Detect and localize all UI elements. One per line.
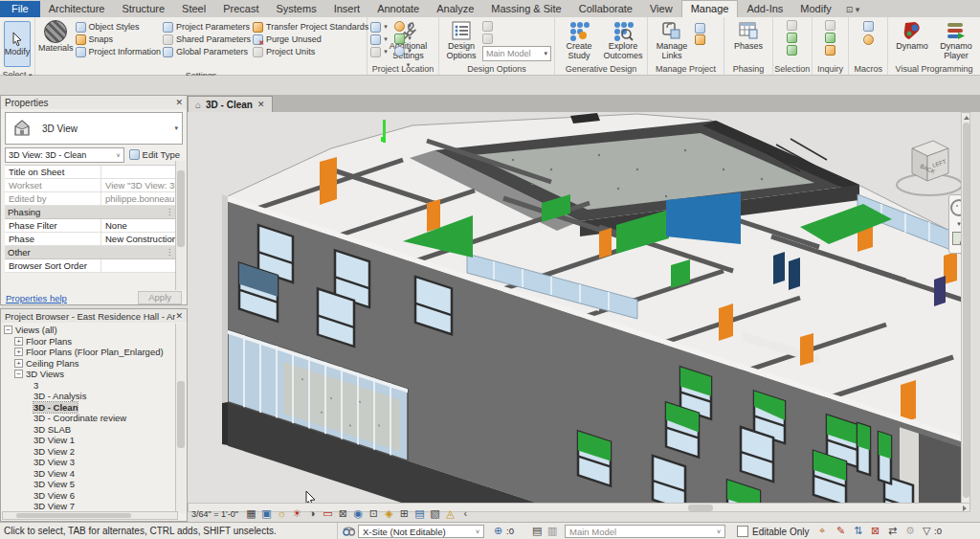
tab-add-ins[interactable]: Add-Ins bbox=[738, 1, 791, 17]
modify-button[interactable]: Modify bbox=[4, 21, 32, 67]
view-tab-3d-clean[interactable]: ⌂ 3D - Clean ✕ bbox=[188, 96, 273, 112]
property-group-header[interactable]: Other⋮ bbox=[5, 246, 177, 259]
tree-item-floor-plans-enlarged[interactable]: +Floor Plans (Floor Plan_Enlarged) bbox=[1, 347, 187, 358]
tab-architecture[interactable]: Architecture bbox=[40, 1, 114, 17]
tree-item-ceiling-plans[interactable]: +Ceiling Plans bbox=[1, 358, 187, 370]
warnings-icon[interactable] bbox=[825, 45, 835, 56]
filter-icon[interactable]: ▽ bbox=[923, 525, 930, 537]
tree-item-3d-coordinate-review[interactable]: 3D - Coordinate review bbox=[1, 413, 187, 424]
project-parameters-button[interactable]: Project Parameters bbox=[163, 21, 251, 33]
analytical-model-icon[interactable]: ⊞ bbox=[398, 507, 411, 520]
editing-requests-icon[interactable]: ⊕ bbox=[494, 525, 502, 537]
tree-item-3d-analysis[interactable]: 3D - Analysis bbox=[1, 391, 187, 402]
worksets-icon[interactable] bbox=[343, 526, 355, 537]
object-styles-button[interactable]: Object Styles bbox=[76, 21, 162, 33]
active-design-option-status-select[interactable]: Main Model˅ bbox=[565, 525, 725, 538]
edit-selection-icon[interactable] bbox=[787, 45, 797, 56]
tab-steel[interactable]: Steel bbox=[173, 1, 214, 17]
position-button[interactable]: ▾ bbox=[394, 45, 412, 56]
select-behavior-icon[interactable]: ⇄ bbox=[888, 525, 897, 537]
tab-systems[interactable]: Systems bbox=[267, 1, 324, 17]
detail-level-icon[interactable]: ▦ bbox=[245, 507, 257, 520]
shared-parameters-button[interactable]: Shared Parameters bbox=[163, 34, 251, 45]
tree-item-3d-view-3[interactable]: 3D View 3 bbox=[1, 457, 187, 468]
active-workset-select[interactable]: X-Site (Not Editable)˅ bbox=[358, 525, 484, 538]
tab-collaborate[interactable]: Collaborate bbox=[570, 1, 641, 17]
editable-only-checkbox[interactable]: Editable Only bbox=[737, 526, 809, 537]
tree-item-3d-view-2[interactable]: 3D View 2 bbox=[1, 446, 187, 458]
manage-links-button[interactable]: Manage Links bbox=[651, 19, 693, 60]
manage-images-icon[interactable] bbox=[695, 23, 705, 34]
status-mini-icon-a[interactable]: ▤ bbox=[532, 525, 542, 537]
properties-close-icon[interactable]: ✕ bbox=[175, 98, 183, 107]
tab-annotate[interactable]: Annotate bbox=[368, 1, 428, 17]
drawing-area[interactable]: BACK LEFT ▾ bbox=[188, 112, 970, 512]
crop-region-icon[interactable]: ⊠ bbox=[337, 507, 349, 520]
global-parameters-button[interactable]: Global Parameters bbox=[163, 46, 251, 57]
tab-analyze[interactable]: Analyze bbox=[428, 1, 482, 17]
temporary-view-properties-icon[interactable]: ◈ bbox=[383, 507, 395, 520]
shadows-icon[interactable]: ☀ bbox=[291, 507, 303, 520]
tree-item-3d-view-1[interactable]: 3D View 1 bbox=[1, 435, 187, 446]
macro-security-icon[interactable] bbox=[863, 34, 874, 45]
project-units-button[interactable]: Project Units bbox=[253, 46, 368, 57]
property-group-header[interactable]: Phasing⋮ bbox=[5, 206, 177, 219]
displacement-sets-icon[interactable]: ▤ bbox=[413, 507, 426, 520]
crop-view-icon[interactable]: ▭ bbox=[322, 507, 334, 520]
type-selector-arrow-icon[interactable]: ▾ bbox=[174, 124, 178, 132]
tab-precast[interactable]: Precast bbox=[214, 1, 267, 17]
links-monitor-icon[interactable]: ⊠ bbox=[871, 525, 880, 537]
worksharing-display-settings-icon[interactable]: ⌖ bbox=[819, 525, 825, 537]
property-row[interactable]: Edited byphilippe.bonneau bbox=[5, 192, 177, 206]
ribbon-display-toggle-icon[interactable]: ⊡ ▾ bbox=[846, 5, 860, 17]
collapse-arrow-icon[interactable]: ‹ bbox=[459, 507, 472, 520]
worksharing-display-icon[interactable]: ◬ bbox=[444, 507, 457, 520]
property-row[interactable]: PhaseNew Construction bbox=[5, 233, 177, 246]
tab-insert[interactable]: Insert bbox=[325, 1, 369, 17]
edit-type-button[interactable]: Edit Type bbox=[126, 147, 183, 161]
create-study-button[interactable]: Create Study bbox=[558, 19, 600, 60]
tree-item-3d-slab[interactable]: 3D SLAB bbox=[1, 424, 187, 436]
browser-hscrollbar[interactable] bbox=[2, 511, 178, 520]
type-selector[interactable]: 3D View ▾ bbox=[5, 112, 183, 145]
reveal-hidden-elements-icon[interactable]: ⊡ bbox=[368, 507, 380, 520]
tab-modify[interactable]: Modify bbox=[791, 1, 839, 17]
snaps-button[interactable]: Snaps bbox=[76, 34, 162, 45]
property-row[interactable]: Title on Sheet bbox=[5, 166, 177, 179]
load-selection-icon[interactable] bbox=[787, 33, 797, 43]
tab-view[interactable]: View bbox=[641, 1, 681, 17]
tree-item-3d-view-7[interactable]: 3D View 7 bbox=[1, 501, 187, 512]
dynamo-player-button[interactable]: Dynamo Player bbox=[935, 19, 977, 60]
tab-manage[interactable]: Manage bbox=[681, 0, 739, 17]
tab-structure[interactable]: Structure bbox=[113, 1, 173, 17]
browser-vscrollbar[interactable] bbox=[175, 324, 186, 513]
transfer-project-standards-button[interactable]: Transfer Project Standards bbox=[253, 21, 368, 33]
dynamo-button[interactable]: Dynamo bbox=[891, 19, 933, 52]
explore-outcomes-button[interactable]: Explore Outcomes bbox=[602, 19, 644, 60]
properties-scrollbar[interactable] bbox=[175, 161, 186, 290]
workset-sync-icon[interactable]: ⇅ bbox=[854, 525, 862, 537]
materials-button[interactable]: Materials bbox=[38, 19, 74, 54]
scale-button[interactable]: 3/64" = 1'-0" bbox=[191, 509, 238, 519]
background-process-icon[interactable]: ⚙ bbox=[905, 525, 915, 537]
tree-item-3d-view-6[interactable]: 3D View 6 bbox=[1, 490, 187, 502]
status-mini-icon-b[interactable]: ▥ bbox=[547, 525, 557, 537]
tree-item-3d-views[interactable]: −3D Views bbox=[1, 369, 187, 380]
viewcube[interactable]: BACK LEFT bbox=[891, 129, 968, 204]
reveal-constraints-icon[interactable]: ▧ bbox=[429, 507, 441, 520]
view-type-combo[interactable]: 3D View: 3D - Clean˅ bbox=[5, 147, 124, 163]
property-row[interactable]: Browser Sort Order bbox=[5, 259, 177, 273]
property-row[interactable]: WorksetView "3D View: 3D - Cl... bbox=[5, 179, 177, 192]
project-information-button[interactable]: Project Information bbox=[76, 46, 162, 57]
tree-item-3d-clean[interactable]: 3D - Clean bbox=[1, 402, 187, 414]
design-options-button[interactable]: Design Options bbox=[442, 19, 480, 60]
tree-item-3d-view-5[interactable]: 3D View 5 bbox=[1, 479, 187, 490]
purge-unused-button[interactable]: Purge Unused bbox=[253, 34, 368, 45]
project-browser-close-icon[interactable]: ✕ bbox=[175, 311, 183, 321]
tree-item-3d-view-4[interactable]: 3D View 4 bbox=[1, 468, 187, 480]
sun-settings-icon[interactable]: ◑ bbox=[306, 507, 319, 520]
macro-manager-icon[interactable] bbox=[863, 21, 874, 32]
tree-item-views-all[interactable]: −Views (all) bbox=[1, 325, 187, 336]
view-tab-close-icon[interactable]: ✕ bbox=[257, 100, 265, 109]
starting-view-icon[interactable] bbox=[695, 34, 705, 45]
